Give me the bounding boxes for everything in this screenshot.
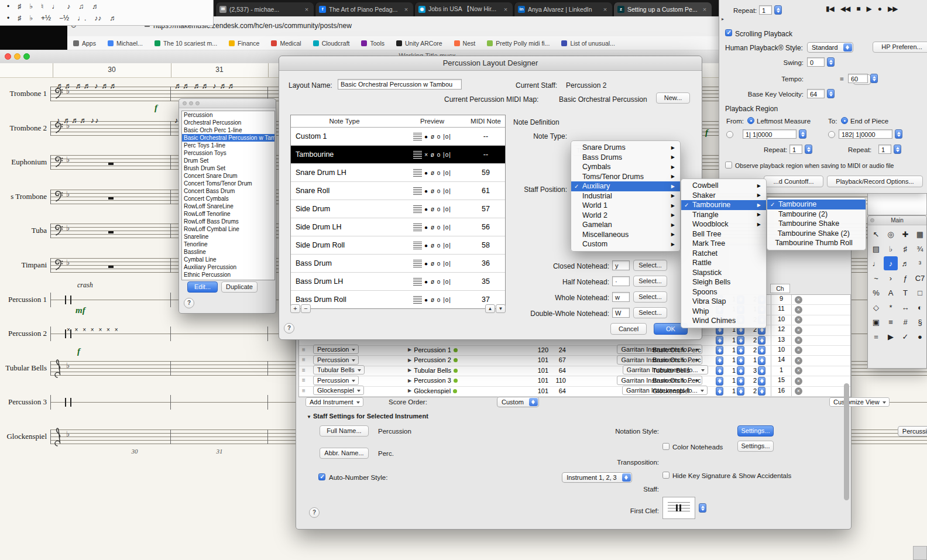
skip-to-start-button[interactable]: ▮◀ — [826, 5, 834, 13]
disclosure-right-icon[interactable]: ▸ — [722, 16, 724, 22]
instrument-name-cell[interactable]: ▶ Glockenspiel — [408, 387, 457, 394]
close-window-button[interactable] — [183, 101, 187, 105]
note-type-row[interactable]: Side Drum Roll ● ø o |o| 58 — [291, 236, 505, 254]
close-palette-button[interactable] — [870, 218, 874, 222]
customize-view-combo[interactable]: Customize View — [829, 397, 890, 407]
tool-button[interactable]: C7 — [913, 271, 927, 285]
stepper[interactable] — [716, 387, 723, 396]
repeat-to-stepper[interactable] — [894, 145, 901, 154]
edit-button[interactable]: Edit... — [187, 281, 218, 293]
dynamic-marking[interactable]: f — [154, 103, 157, 113]
whole-notehead-field[interactable]: w — [612, 292, 630, 302]
disclosure-down-icon[interactable]: ▼ — [307, 414, 311, 420]
closed-select-button[interactable]: Select... — [633, 260, 667, 271]
delete-instrument-button[interactable]: × — [795, 327, 802, 334]
tool-button[interactable]: ♩ — [869, 256, 883, 270]
entry-symbol-button[interactable]: +½ — [41, 14, 51, 22]
menu-item[interactable]: ✓ Mark Tree ▶ — [681, 239, 766, 249]
repeat-to-field[interactable]: 1 — [878, 145, 891, 154]
instrument-type-combo[interactable]: Glockenspiel — [313, 386, 364, 395]
menu-item[interactable]: ✓ Triangle ▶ — [681, 210, 766, 220]
from-measure-field[interactable]: 1| 1|0000 — [743, 129, 796, 139]
layout-list-item[interactable]: Perc Toys 1-line — [182, 142, 274, 149]
from-leftmost-radio[interactable] — [747, 117, 754, 124]
browser-tab[interactable]: ◉ Jobs in USA 【Now Hir... × — [414, 2, 513, 16]
tool-button[interactable]: › — [884, 271, 898, 285]
entry-symbol-button[interactable]: ♮ — [41, 2, 43, 11]
instrument-name-cell[interactable]: ▶ Tubular Bells — [408, 367, 458, 374]
notation-style-popup[interactable]: Percussion — [898, 426, 927, 437]
repeat-stepper[interactable] — [774, 5, 782, 15]
menu-item[interactable]: ✓ Tambourine Shake (2) ▶ — [767, 229, 866, 239]
note-type-row[interactable]: Bass Drum Roll ● ø o |o| 37 — [291, 290, 505, 308]
layout-list-item[interactable]: Snareline — [182, 233, 274, 241]
scrolling-playback-checkbox[interactable] — [725, 29, 732, 36]
add-instrument-combo[interactable]: Add Instrument — [305, 397, 363, 407]
menu-item[interactable]: ✓ Sleigh Bells ▶ — [681, 277, 766, 287]
browser-tab[interactable]: ✉ (2,537) - michae... × — [215, 2, 314, 16]
menu-item[interactable]: ✓ Tambourine Shake ▶ — [767, 219, 866, 229]
instrument-name-cell[interactable]: ▶ Percussion 2 — [408, 356, 458, 363]
instrument-type-combo[interactable]: Percussion — [313, 376, 359, 385]
tool-button[interactable]: ♯ — [898, 242, 912, 256]
instrument-row[interactable]: ≡ Tubular Bells ▶ Tubular Bells 101 64 G… — [299, 366, 850, 376]
entry-symbol-button[interactable]: • — [7, 14, 9, 22]
stepper[interactable] — [758, 346, 765, 355]
auto-number-popup[interactable]: Instrument 1, 2, 3 — [562, 472, 632, 483]
stepper[interactable] — [737, 377, 744, 386]
layout-list-item[interactable]: Percussion Toys — [182, 149, 274, 157]
stepper[interactable] — [716, 366, 723, 375]
record-button[interactable]: ● — [878, 5, 881, 13]
tool-button[interactable]: ● — [913, 329, 927, 343]
bookmark-item[interactable]: Pretty Polly midi fi... — [487, 40, 550, 47]
tool-button[interactable]: * — [884, 300, 898, 314]
whole-select-button[interactable]: Select... — [633, 291, 667, 303]
menu-item[interactable]: ✓ Woodblock ▶ — [681, 219, 766, 229]
expand-row-icon[interactable]: ▶ — [408, 388, 411, 393]
minimize-window-button[interactable] — [14, 53, 20, 60]
hide-key-signature-checkbox[interactable] — [662, 472, 670, 479]
tool-button[interactable]: ✚ — [898, 227, 912, 241]
duplicate-button[interactable]: Duplicate — [221, 281, 258, 293]
color-settings-button[interactable]: Settings... — [737, 441, 774, 452]
menu-item[interactable]: ✓ Vibra Slap ▶ — [681, 297, 766, 307]
remove-note-type-button[interactable]: − — [301, 304, 311, 313]
velocity-field[interactable]: 64 — [807, 89, 825, 98]
tool-button[interactable]: ~ — [869, 271, 883, 285]
stop-button[interactable]: ■ — [856, 5, 860, 13]
from-measure-stepper[interactable] — [799, 129, 806, 139]
browser-tab[interactable]: in Anya Alvarez | LinkedIn × — [514, 2, 612, 16]
menu-item[interactable]: ✓ Tambourine ▶ — [767, 200, 866, 209]
note-type-row[interactable]: Custom 1 ● ø o |o| -- — [291, 128, 505, 145]
layout-list-item[interactable]: Ethnic Percussion — [182, 271, 274, 279]
note-type-row[interactable]: Bass Drum LH ● ø o |o| 35 — [291, 272, 505, 290]
menu-item[interactable]: ✓ Shaker ▶ — [681, 191, 766, 201]
to-end-radio[interactable] — [841, 117, 848, 124]
expression-text[interactable]: crash — [77, 281, 93, 290]
stepper[interactable] — [758, 366, 765, 375]
menu-item[interactable]: ✓ Spoons ▶ — [681, 287, 766, 297]
instrument-row[interactable]: ≡ Percussion ▶ Percussion 2 101 67 Garri… — [299, 356, 850, 366]
notation-settings-button[interactable]: Settings... — [737, 425, 774, 437]
tool-button[interactable]: A — [884, 286, 898, 300]
entry-symbol-button[interactable]: ♩ — [52, 2, 59, 11]
stepper[interactable] — [737, 346, 744, 355]
tab-close-icon[interactable]: × — [403, 6, 410, 13]
closed-notehead-field[interactable]: y — [612, 260, 630, 270]
layout-list-item[interactable]: Cymbal Line — [182, 256, 274, 263]
entry-symbol-button[interactable]: ♪♪ — [94, 14, 101, 22]
entry-symbol-button[interactable]: ♫ — [78, 2, 84, 11]
layout-list-item[interactable]: Percussion — [182, 111, 274, 119]
tab-close-icon[interactable]: × — [303, 6, 310, 13]
entry-symbol-button[interactable]: −½ — [59, 14, 69, 22]
vertical-scrollbar[interactable] — [844, 383, 849, 500]
swing-field[interactable]: 0 — [807, 57, 825, 67]
double-whole-select-button[interactable]: Select... — [633, 307, 667, 318]
tool-button[interactable]: = — [869, 329, 883, 343]
layout-list-item[interactable]: Bassline — [182, 248, 274, 256]
tool-button[interactable]: % — [869, 286, 883, 300]
bookmark-item[interactable]: Michael... — [108, 40, 143, 47]
from-measure-radio[interactable] — [726, 131, 733, 138]
tab-close-icon[interactable]: × — [701, 6, 708, 13]
half-select-button[interactable]: Select... — [633, 276, 667, 287]
